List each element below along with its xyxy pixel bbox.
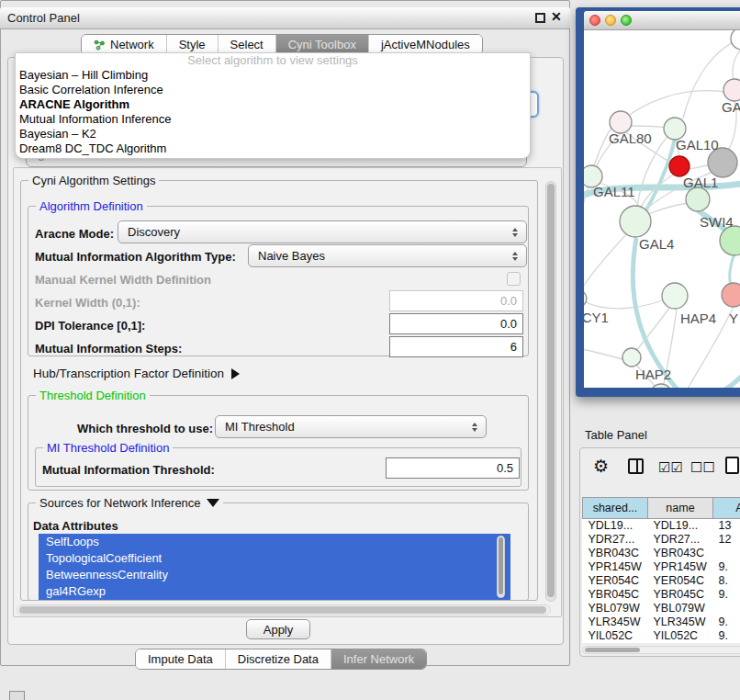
table-cell: YDR27...: [583, 533, 648, 547]
attribute-item[interactable]: gal4RGexp: [39, 583, 510, 600]
attribute-item[interactable]: BetweennessCentrality: [39, 567, 510, 583]
table-cell: YDL19...: [583, 519, 648, 533]
settings-vertical-scrollbar[interactable]: [545, 181, 556, 602]
bottom-tabbar: Impute DataDiscretize DataInfer Network: [135, 649, 427, 670]
settings-horizontal-scrollbar[interactable]: [17, 604, 551, 615]
scrollbar-thumb[interactable]: [19, 606, 546, 614]
table-row[interactable]: YDR27...YDR27...12: [583, 533, 740, 547]
popup-item-list: Bayesian – Hill ClimbingBasic Correlatio…: [16, 68, 530, 156]
table-cell: 12: [713, 533, 740, 547]
table-row[interactable]: YIL052CYIL052C9.: [583, 629, 740, 643]
attribute-item[interactable]: TopologicalCoefficient: [39, 550, 510, 567]
algorithm-option[interactable]: Bayesian – Hill Climbing: [16, 68, 530, 83]
algorithm-option[interactable]: Dream8 DC_TDC Algorithm: [16, 141, 530, 156]
network-edge[interactable]: [667, 350, 740, 388]
network-node[interactable]: [731, 30, 740, 50]
table-cell: 9.: [713, 615, 740, 629]
tab-label: Infer Network: [343, 649, 414, 669]
network-node-swi4[interactable]: [686, 187, 710, 211]
algorithm-option[interactable]: Bayesian – K2: [16, 127, 530, 141]
table-cell: YPR145W: [583, 560, 648, 574]
algorithm-option[interactable]: Mutual Information Inference: [16, 112, 530, 127]
dpi-tolerance-field[interactable]: 0.0: [389, 313, 523, 334]
network-edge[interactable]: [733, 49, 740, 83]
tab-style[interactable]: Style: [166, 35, 218, 54]
new-table-icon[interactable]: [725, 457, 739, 474]
sources-toggle[interactable]: Sources for Network Inference: [36, 496, 223, 510]
table-cell: [713, 547, 740, 560]
network-edge[interactable]: [626, 91, 731, 118]
scrollbar-thumb[interactable]: [499, 537, 503, 594]
checked-boxes-icon[interactable]: ☑☑: [658, 459, 683, 476]
algorithm-option[interactable]: Basic Correlation Inference: [16, 83, 530, 97]
close-traffic-light-icon[interactable]: [589, 15, 600, 26]
table-row[interactable]: YER054CYER054C8.: [583, 574, 740, 588]
network-edge[interactable]: [648, 203, 690, 214]
zoom-traffic-light-icon[interactable]: [621, 15, 632, 26]
network-edge[interactable]: [584, 348, 622, 359]
algorithm-option[interactable]: ARACNE Algorithm: [16, 97, 530, 112]
table-cell: YLR345W: [648, 615, 713, 629]
table-row[interactable]: YLR345WYLR345W9.: [583, 615, 740, 629]
manual-kernel-label: Manual Kernel Width Definition: [35, 273, 211, 287]
table-cell: YLR345W: [583, 615, 648, 629]
hub-definition-toggle[interactable]: Hub/Transcription Factor Definition: [33, 367, 240, 380]
data-attributes-list: SelfLoopsTopologicalCoefficientBetweenne…: [39, 534, 510, 600]
control-panel-titlebar: [0, 7, 570, 29]
scrollbar-thumb[interactable]: [585, 648, 640, 652]
tab-jactivemnodules[interactable]: jActiveMNodules: [368, 35, 482, 54]
collapse-right-icon: [231, 368, 240, 379]
column-header-name[interactable]: name: [648, 498, 713, 519]
network-node-gcy1[interactable]: [584, 290, 587, 307]
manual-kernel-checkbox[interactable]: [507, 272, 521, 286]
network-node-gal1[interactable]: [669, 156, 690, 176]
network-edge[interactable]: [584, 299, 665, 309]
table-row[interactable]: YPR145WYPR145W9.: [583, 560, 740, 574]
gear-icon[interactable]: ⚙: [593, 456, 609, 477]
scrollbar-thumb[interactable]: [547, 184, 555, 597]
aracne-mode-combo[interactable]: Discovery: [118, 220, 527, 243]
network-node-hap2[interactable]: [622, 348, 641, 367]
table-horizontal-scrollbar[interactable]: [582, 646, 740, 654]
mi-threshold-field[interactable]: 0.5: [386, 457, 520, 479]
table-row[interactable]: YBR045CYBR045C9.: [583, 588, 740, 602]
network-edge[interactable]: [632, 126, 668, 128]
network-canvas[interactable]: GALGAL80GAL10GAL1GAL11SWI4GAL4GCY1HAP4YH…: [584, 30, 740, 388]
float-window-icon[interactable]: [535, 13, 545, 23]
network-node-y[interactable]: [722, 283, 740, 307]
tab-cyni-toolbox[interactable]: Cyni Toolbox: [275, 35, 368, 54]
split-columns-icon[interactable]: [628, 458, 644, 474]
application-root: Control Panel ✕ NetworkStyleSelectCyni T…: [0, 0, 740, 700]
unchecked-boxes-icon[interactable]: ☐☐: [690, 459, 715, 476]
mi-type-combo[interactable]: Naive Bayes: [248, 244, 527, 267]
mi-steps-field[interactable]: 6: [389, 336, 523, 357]
table-row[interactable]: YBR043CYBR043C: [583, 547, 740, 560]
tab-infer-network[interactable]: Infer Network: [331, 649, 426, 669]
column-header-shared...[interactable]: shared...: [583, 498, 648, 519]
network-node-gal4[interactable]: [620, 206, 651, 237]
corner-chip[interactable]: [9, 691, 25, 700]
network-node-hap4[interactable]: [662, 283, 688, 309]
which-threshold-combo[interactable]: MI Threshold: [215, 415, 487, 438]
network-node-gal[interactable]: [723, 79, 740, 101]
which-threshold-label: Which threshold to use:: [77, 422, 213, 435]
table-row[interactable]: YBL079WYBL079W: [583, 602, 740, 615]
kernel-width-field[interactable]: 0.0: [389, 290, 523, 311]
attributes-scrollbar[interactable]: [497, 536, 505, 598]
network-edge[interactable]: [689, 164, 711, 169]
tab-select[interactable]: Select: [218, 35, 275, 54]
attribute-item[interactable]: SelfLoops: [39, 534, 510, 550]
network-edge[interactable]: [584, 232, 628, 291]
minimize-traffic-light-icon[interactable]: [605, 15, 616, 26]
tab-label: Cyni Toolbox: [288, 35, 356, 54]
apply-button[interactable]: Apply: [246, 619, 310, 639]
tab-discretize-data[interactable]: Discretize Data: [225, 649, 331, 669]
table-cell: 9.: [713, 629, 740, 643]
column-header-A[interactable]: A: [713, 498, 740, 519]
network-edge[interactable]: [584, 133, 621, 292]
close-icon[interactable]: ✕: [551, 9, 562, 24]
table-row[interactable]: YDL19...YDL19...13: [583, 519, 740, 533]
table-panel: ⚙ ☑☑ ☐☐ shared...nameA YDL19...YDL19...1…: [579, 447, 740, 657]
tab-network[interactable]: Network: [82, 35, 166, 54]
tab-impute-data[interactable]: Impute Data: [136, 649, 225, 669]
